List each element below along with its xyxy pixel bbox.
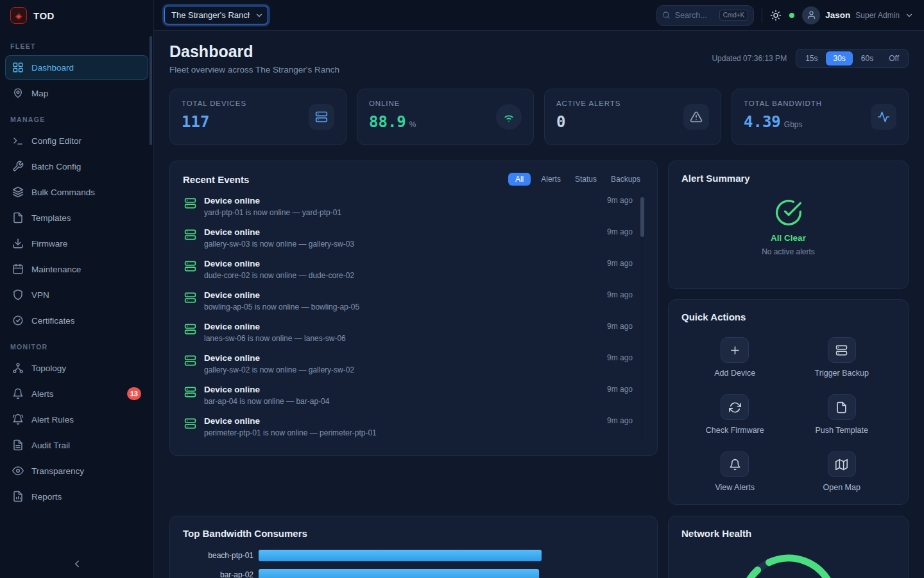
- sidebar-item-maintenance[interactable]: Maintenance: [5, 257, 148, 281]
- sidebar-item-label: Audit Trail: [31, 441, 70, 450]
- event-row[interactable]: Device onlineperimeter-ptp-01 is now onl…: [183, 411, 634, 442]
- server-icon: [184, 417, 196, 430]
- search-shortcut-badge: Cmd+K: [719, 10, 749, 21]
- sidebar-item-transparency[interactable]: Transparency: [5, 459, 148, 483]
- event-time: 9m ago: [607, 416, 633, 425]
- alert-summary-title: Alert Summary: [681, 173, 750, 184]
- push-template-button[interactable]: Push Template: [816, 394, 868, 435]
- tab-backups[interactable]: Backups: [607, 173, 644, 186]
- sidebar-section-manage: Manage: [0, 107, 153, 127]
- events-scrollbar-track[interactable]: [640, 193, 644, 440]
- dashboard-icon: [12, 62, 24, 73]
- event-row[interactable]: Device onlinegallery-sw-03 is now online…: [183, 222, 634, 254]
- topbar-divider: [762, 8, 762, 22]
- topbar-right: Cmd+K Jason Super Admin: [656, 5, 914, 26]
- check-circle-icon: [774, 198, 803, 227]
- bell-icon: [721, 451, 749, 477]
- event-time: 9m ago: [607, 385, 633, 394]
- report-icon: [12, 491, 24, 502]
- chevron-down-icon: [905, 11, 914, 20]
- tab-all[interactable]: All: [508, 173, 531, 186]
- connection-status-dot: [789, 13, 794, 18]
- quick-actions-title: Quick Actions: [681, 311, 746, 322]
- theme-toggle-button[interactable]: [770, 10, 782, 21]
- user-menu[interactable]: Jason Super Admin: [802, 6, 914, 24]
- sidebar-item-config-editor[interactable]: Config Editor: [5, 128, 148, 153]
- user-role: Super Admin: [855, 11, 900, 20]
- stat-label: Total Bandwidth: [744, 100, 822, 107]
- alerts-count-badge: 13: [127, 387, 141, 400]
- sidebar-item-dashboard[interactable]: Dashboard: [5, 55, 148, 80]
- sidebar-item-vpn[interactable]: VPN: [5, 283, 148, 307]
- bandwidth-consumers-card: Top Bandwidth Consumers beach-ptp-01 bar…: [169, 516, 658, 578]
- alert-summary-card: Alert Summary All Clear No active alerts: [668, 161, 909, 289]
- map-icon: [828, 451, 856, 477]
- check-firmware-button[interactable]: Check Firmware: [706, 394, 764, 435]
- wifi-icon: [496, 104, 522, 130]
- sidebar-item-label: Topology: [31, 363, 66, 373]
- alert-status-detail: No active alerts: [762, 247, 815, 256]
- download-icon: [12, 238, 24, 249]
- network-health-title: Network Health: [681, 528, 751, 539]
- sidebar-item-label: Bulk Commands: [31, 188, 95, 197]
- event-row[interactable]: Device onlinebowling-ap-05 is now online…: [183, 285, 634, 317]
- add-device-button[interactable]: Add Device: [714, 337, 755, 378]
- event-time: 9m ago: [607, 353, 633, 362]
- calendar-icon: [12, 263, 24, 275]
- event-row[interactable]: Device onlinedude-core-02 is now online …: [183, 254, 634, 285]
- sidebar-item-label: Firmware: [31, 239, 67, 249]
- tab-alerts[interactable]: Alerts: [537, 173, 565, 186]
- view-alerts-button[interactable]: View Alerts: [715, 451, 755, 492]
- sidebar-item-map[interactable]: Map: [5, 81, 148, 105]
- sidebar-item-bulk-commands[interactable]: Bulk Commands: [5, 180, 148, 204]
- chevron-left-icon: [71, 558, 83, 570]
- sidebar-item-firmware[interactable]: Firmware: [5, 231, 148, 256]
- sidebar-item-reports[interactable]: Reports: [5, 484, 148, 509]
- file-icon: [828, 394, 856, 420]
- wrench-icon: [12, 161, 24, 172]
- refresh-option-60s[interactable]: 60s: [854, 51, 880, 66]
- search-input[interactable]: [675, 11, 715, 20]
- refresh-option-30s[interactable]: 30s: [826, 51, 852, 66]
- trigger-backup-button[interactable]: Trigger Backup: [815, 337, 869, 378]
- event-row[interactable]: Device onlineyard-ptp-01 is now online —…: [183, 191, 634, 222]
- avatar: [802, 6, 820, 24]
- sidebar-item-label: Reports: [31, 492, 62, 502]
- site-selector[interactable]: The Stranger's Ranch: [164, 6, 268, 24]
- tab-status[interactable]: Status: [571, 173, 601, 186]
- bell-icon: [12, 388, 24, 399]
- server-icon: [184, 386, 196, 398]
- sidebar-item-batch-config[interactable]: Batch Config: [5, 154, 148, 179]
- sidebar-item-templates[interactable]: Templates: [5, 206, 148, 230]
- main-content: Dashboard Fleet overview across The Stra…: [154, 31, 924, 578]
- sidebar-item-certificates[interactable]: Certificates: [5, 308, 148, 333]
- topology-icon: [12, 362, 24, 374]
- shield-icon: [12, 289, 24, 301]
- activity-icon: [871, 104, 896, 130]
- event-row[interactable]: Device onlinegallery-sw-02 is now online…: [183, 348, 634, 380]
- event-row[interactable]: Device onlinebar-ap-04 is now online — b…: [183, 380, 634, 411]
- stat-value: 0: [556, 113, 565, 131]
- server-icon: [309, 104, 334, 130]
- page-title: Dashboard: [169, 42, 339, 61]
- event-row[interactable]: Device onlinelanes-sw-06 is now online —…: [183, 317, 634, 348]
- search-box[interactable]: Cmd+K: [656, 5, 754, 26]
- sidebar-item-audit-trail[interactable]: Audit Trail: [5, 433, 148, 457]
- sidebar-scrollbar[interactable]: [150, 36, 152, 145]
- events-list: Device onlineyard-ptp-01 is now online —…: [183, 191, 644, 442]
- sidebar-item-alert-rules[interactable]: Alert Rules: [5, 407, 148, 432]
- sidebar-collapse-button[interactable]: [0, 550, 153, 578]
- sidebar-item-label: Batch Config: [31, 162, 81, 171]
- server-icon: [184, 229, 196, 241]
- sidebar-item-label: Transparency: [31, 466, 84, 476]
- sidebar-section-fleet: Fleet: [0, 33, 153, 54]
- open-map-button[interactable]: Open Map: [823, 451, 860, 492]
- refresh-option-15s[interactable]: 15s: [798, 51, 825, 66]
- server-icon: [184, 260, 196, 272]
- sidebar-item-alerts[interactable]: Alerts 13: [5, 381, 148, 406]
- sidebar-item-topology[interactable]: Topology: [5, 356, 148, 380]
- refresh-option-off[interactable]: Off: [882, 51, 906, 66]
- server-icon: [828, 337, 856, 363]
- bandwidth-chart: beach-ptp-01 bar-ap-02: [183, 550, 644, 578]
- events-scrollbar-thumb[interactable]: [640, 197, 644, 237]
